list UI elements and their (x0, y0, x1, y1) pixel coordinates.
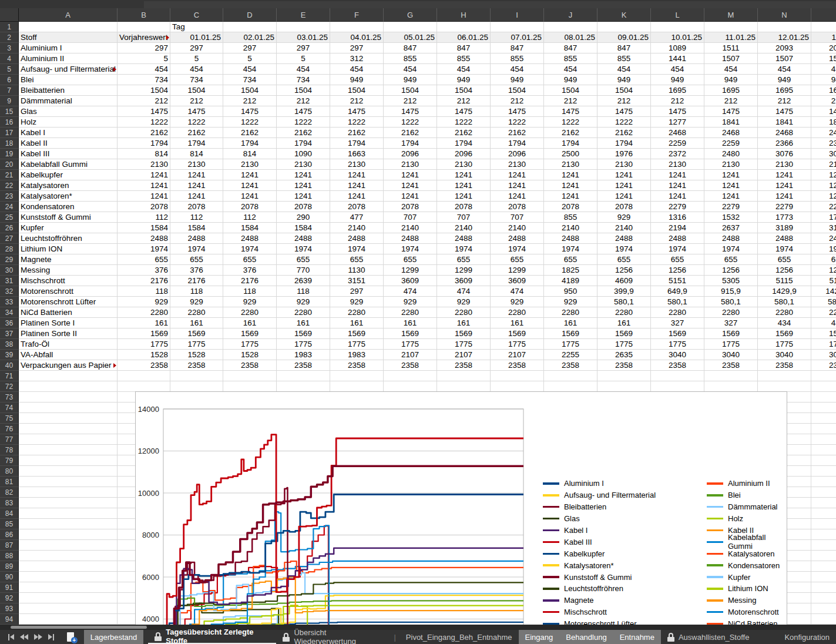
cell-value[interactable]: 2162 (491, 128, 544, 138)
cell-value[interactable]: 1841 (758, 117, 811, 128)
cell-value[interactable]: 655 (491, 254, 544, 265)
cell-value[interactable]: 454 (170, 64, 223, 75)
cell-value[interactable]: 2140 (384, 223, 437, 233)
cell-date-header[interactable]: 10.01.25 (651, 32, 704, 43)
cell-value[interactable]: 376 (223, 265, 277, 276)
cell-value[interactable]: 1241 (223, 180, 277, 191)
row-header-40[interactable]: 40 (0, 360, 19, 371)
cell-value[interactable]: 5115 (758, 276, 811, 286)
cell-value[interactable]: 212 (491, 96, 544, 106)
cell-value[interactable]: 649,9 (651, 286, 704, 297)
cell-empty[interactable] (437, 381, 491, 392)
cell-value[interactable]: 2130 (223, 159, 277, 170)
cell-empty[interactable] (491, 22, 544, 32)
cell-value[interactable]: 855 (437, 53, 491, 64)
cell-stoff-name[interactable]: Kabelkupfer (19, 170, 117, 180)
cell-value[interactable]: 1241 (330, 170, 384, 180)
cell-value[interactable]: 5151 (651, 276, 704, 286)
cell-value[interactable]: 1974 (544, 244, 597, 254)
cell-value[interactable]: 1130 (330, 265, 384, 276)
cell-value[interactable]: 2488 (491, 233, 544, 244)
cell-empty[interactable] (811, 371, 836, 381)
cell-value[interactable]: 1222 (117, 117, 170, 128)
row-header-79[interactable]: 79 (0, 455, 19, 466)
cell-value[interactable]: 1222 (544, 117, 597, 128)
cell-value[interactable]: 580,1 (758, 297, 811, 307)
cell-value[interactable]: 1475 (704, 106, 758, 117)
cell-value[interactable]: 1241 (170, 191, 223, 202)
cell-stoff-name[interactable]: Platinen Sorte I (19, 318, 117, 328)
cell-empty[interactable] (811, 466, 836, 477)
cell-value[interactable]: 1775 (277, 339, 330, 350)
cell-value[interactable]: 1475 (170, 106, 223, 117)
cell-value[interactable]: 2280 (277, 307, 330, 318)
cell-value[interactable]: 3609 (384, 276, 437, 286)
row-header-88[interactable]: 88 (0, 551, 19, 561)
cell-value[interactable]: 1299 (491, 265, 544, 276)
row-header-34[interactable]: 34 (0, 307, 19, 318)
cell-value[interactable]: 1504 (117, 85, 170, 96)
cell-empty[interactable] (758, 371, 811, 381)
cell-value[interactable]: 2358 (330, 360, 384, 371)
cell-value[interactable]: 1794 (223, 138, 277, 149)
cell-value[interactable]: 2488 (544, 233, 597, 244)
cell-value[interactable]: 1241 (437, 191, 491, 202)
cell-value[interactable]: 2280 (491, 307, 544, 318)
cell-value[interactable]: 1504 (223, 85, 277, 96)
cell-value[interactable]: 1775 (117, 339, 170, 350)
cell-value[interactable]: 2078 (384, 202, 437, 212)
cell-value[interactable]: 1241 (437, 180, 491, 191)
cell-empty[interactable] (811, 413, 836, 424)
cell-value[interactable]: 1241 (704, 180, 758, 191)
cell-value[interactable]: 3040 (811, 350, 836, 360)
cell-value[interactable]: 212 (277, 96, 330, 106)
cell-value[interactable]: 1256 (758, 265, 811, 276)
cell-value[interactable]: 2130 (117, 159, 170, 170)
cell-value[interactable]: 2078 (330, 202, 384, 212)
cell-value[interactable]: 1241 (704, 191, 758, 202)
cell-value[interactable]: 1241 (811, 191, 836, 202)
cell-value[interactable]: 2366 (811, 138, 836, 149)
cell-value[interactable]: 1974 (811, 244, 836, 254)
row-header-27[interactable]: 27 (0, 233, 19, 244)
row-header-20[interactable]: 20 (0, 159, 19, 170)
cell-empty[interactable] (811, 593, 836, 603)
cell-value[interactable]: 2279 (651, 202, 704, 212)
cell-empty[interactable] (811, 22, 836, 32)
row-header-15[interactable]: 15 (0, 106, 19, 117)
cell-empty[interactable] (19, 445, 117, 455)
cell-value[interactable]: 161 (597, 318, 651, 328)
cell-empty[interactable] (19, 381, 117, 392)
column-header-G[interactable]: G (384, 8, 437, 22)
cell-value[interactable]: 2488 (170, 233, 223, 244)
cell-value[interactable]: 2162 (597, 128, 651, 138)
cell-value[interactable]: 2488 (811, 233, 836, 244)
cell-value[interactable]: 2358 (277, 360, 330, 371)
cell-date-header[interactable]: 06.01.25 (437, 32, 491, 43)
cell-value[interactable]: 2107 (437, 350, 491, 360)
cell-value[interactable]: 454 (384, 64, 437, 75)
cell-value[interactable]: 2130 (597, 159, 651, 170)
cell-value[interactable]: 2468 (811, 128, 836, 138)
scrollbar-thumb[interactable] (11, 626, 147, 629)
row-header-31[interactable]: 31 (0, 276, 19, 286)
cell-value[interactable]: 1475 (597, 106, 651, 117)
cell-value[interactable]: 118 (277, 286, 330, 297)
row-header-7[interactable]: 7 (0, 85, 19, 96)
cell-value[interactable]: 454 (758, 64, 811, 75)
cell-value[interactable]: 1794 (491, 138, 544, 149)
cell-value[interactable]: 1241 (223, 191, 277, 202)
cell-value[interactable]: 2078 (597, 202, 651, 212)
cell-value[interactable]: 655 (758, 254, 811, 265)
cell-value[interactable]: 212 (811, 96, 836, 106)
cell-value[interactable]: 1974 (223, 244, 277, 254)
cell-value[interactable]: 2280 (223, 307, 277, 318)
cell-empty[interactable] (19, 508, 117, 519)
cell-empty[interactable] (491, 381, 544, 392)
cell-value[interactable]: 1504 (330, 85, 384, 96)
cell-empty[interactable] (758, 22, 811, 32)
cell-empty[interactable] (117, 381, 170, 392)
cell-stoff-name[interactable]: Kabel I (19, 128, 117, 138)
cell-value[interactable]: 949 (651, 75, 704, 85)
cell-value[interactable]: 2500 (544, 149, 597, 159)
